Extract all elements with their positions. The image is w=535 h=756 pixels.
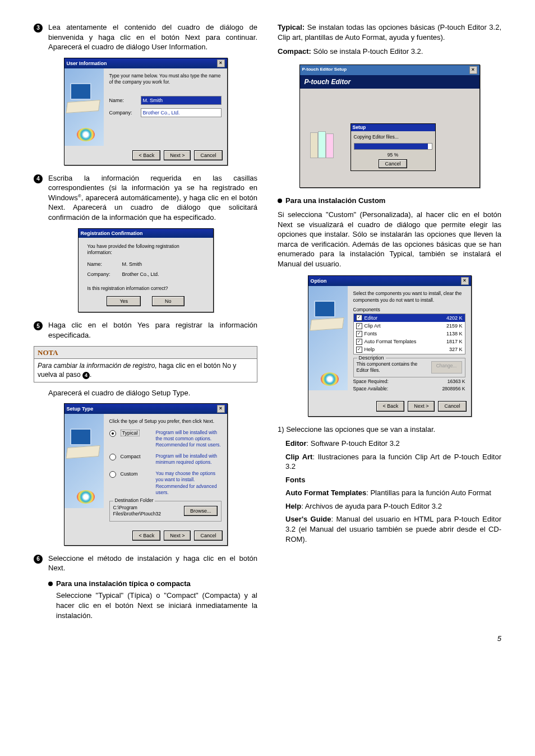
custom-heading: Para una instalación Custom <box>285 196 501 206</box>
checkbox-icon[interactable]: ✓ <box>356 347 362 353</box>
keyboard-icon <box>310 317 344 331</box>
item-aft: Auto Format Templates: Plantillas para l… <box>285 488 501 498</box>
next-button[interactable]: Next > <box>408 401 435 411</box>
item-fonts: Fonts <box>285 475 501 485</box>
progress-bar <box>354 143 432 150</box>
step-6-badge: 6 <box>34 555 43 564</box>
reg-question: Is this registration information correct… <box>87 285 204 292</box>
space-available-label: Space Available: <box>353 386 389 392</box>
cancel-button[interactable]: Cancel <box>194 150 222 160</box>
cancel-button[interactable]: Cancel <box>438 401 466 411</box>
yes-button[interactable]: Yes <box>107 296 141 306</box>
space-available-value: 2808956 K <box>442 386 465 392</box>
name-input[interactable]: M. Smith <box>141 96 222 105</box>
user-info-intro: Type your name below. You must also type… <box>109 73 222 86</box>
step-5-text: Haga clic en el botón Yes para registrar… <box>48 320 257 340</box>
compact-paragraph: Compact: Sólo se instala P-touch Editor … <box>278 47 501 57</box>
next-button[interactable]: Next > <box>164 150 191 160</box>
list-size: 1138 K <box>446 330 463 337</box>
cancel-button[interactable]: Cancel <box>194 531 222 541</box>
list-item: Clip Art <box>365 322 381 329</box>
list-item: Fonts <box>365 330 377 337</box>
list-item: Help <box>365 346 375 353</box>
typical-desc: Program will be installed with the most … <box>156 430 222 449</box>
back-button[interactable]: < Back <box>132 150 160 160</box>
checkbox-icon[interactable]: ✓ <box>356 323 362 329</box>
back-button[interactable]: < Back <box>376 401 404 411</box>
typical-paragraph: Typical: Se instalan todas las opciones … <box>278 22 501 42</box>
progress-brand: P-touch Editor <box>300 75 479 89</box>
reg-company-label: Company: <box>87 271 119 278</box>
progress-dialog: Setup Copying Editor files... 95 % Cance… <box>350 123 436 171</box>
step-5-badge: 5 <box>34 321 43 330</box>
disc-icon <box>321 372 339 386</box>
monitor-icon <box>70 428 91 445</box>
back-button[interactable]: < Back <box>132 531 160 541</box>
page-number: 5 <box>34 634 501 644</box>
browse-button[interactable]: Browse... <box>184 506 218 516</box>
close-icon: × <box>217 405 225 413</box>
reg-name-value: M. Smith <box>122 261 142 268</box>
setup-title: Setup Type <box>67 405 94 412</box>
space-required-value: 16363 K <box>448 379 465 385</box>
change-button: Change... <box>431 361 462 374</box>
components-label: Components <box>353 307 465 313</box>
list-size: 2159 K <box>446 322 463 329</box>
cancel-button[interactable]: Cancel <box>379 159 407 168</box>
list-intro: 1) Seleccione las opciones que se van a … <box>278 425 501 435</box>
custom-label: Custom <box>121 471 151 477</box>
bullet-icon <box>48 582 53 586</box>
typical-compact-text: Seleccione "Typical" (Típica) o "Compact… <box>56 591 257 620</box>
step-6-text: Seleccione el método de instalación y ha… <box>48 554 257 573</box>
user-info-screenshot: User Information × Type your name below.… <box>64 58 228 165</box>
list-size: 4202 K <box>446 315 463 321</box>
note-box: NOTA Para cambiar la información de regi… <box>34 346 257 382</box>
radio-custom[interactable] <box>109 471 116 478</box>
custom-paragraph: Si selecciona "Custom" (Personalizada), … <box>278 210 501 269</box>
option-screenshot: Option × Select the components you want … <box>308 275 472 416</box>
bullet-icon <box>278 199 282 203</box>
reg-company-value: Brother Co., Ltd. <box>122 271 159 278</box>
compact-label: Compact <box>121 453 151 460</box>
step-3-badge: 3 <box>34 24 43 33</box>
disc-icon <box>77 128 95 141</box>
close-icon: × <box>461 277 469 285</box>
close-icon: × <box>217 59 225 67</box>
keyboard-icon <box>66 445 100 459</box>
setup-type-screenshot: Setup Type × Click the type of Setup you… <box>64 403 228 546</box>
checkbox-icon[interactable]: ✓ <box>356 315 362 321</box>
list-item: Auto Format Templates <box>365 338 417 345</box>
note-title: NOTA <box>34 347 257 359</box>
dest-path: C:\Program Files\brother\Ptouch32 <box>113 505 184 518</box>
progress-screenshot: P-touch Editor Setup × P-touch Editor Se… <box>299 64 480 188</box>
name-label: Name: <box>109 97 137 104</box>
keyboard-icon <box>66 100 100 113</box>
radio-compact[interactable] <box>109 454 116 460</box>
list-size: 327 K <box>449 346 463 353</box>
close-icon: × <box>469 66 477 74</box>
step-4-badge: 4 <box>34 174 43 183</box>
option-title: Option <box>311 278 327 284</box>
typical-compact-heading: Para una instalación típica o compacta <box>56 579 257 589</box>
monitor-icon <box>314 301 335 317</box>
desc-legend: Description <box>357 354 386 361</box>
checkbox-icon[interactable]: ✓ <box>356 339 362 345</box>
list-item: Editor <box>365 315 378 321</box>
company-label: Company: <box>109 109 137 116</box>
radio-typical[interactable] <box>109 430 116 437</box>
after-note-text: Aparecerá el cuadro de diálogo Setup Typ… <box>48 388 257 398</box>
custom-desc: You may choose the options you want to i… <box>156 471 222 496</box>
note-body: Para cambiar la información de registro,… <box>34 359 257 381</box>
components-listbox[interactable]: ✓Editor4202 K ✓Clip Art2159 K ✓Fonts1138… <box>353 314 465 354</box>
step-4-text: Escriba la información requerida en las … <box>48 173 257 223</box>
next-button[interactable]: Next > <box>164 531 191 541</box>
checkbox-icon[interactable]: ✓ <box>356 331 362 337</box>
progress-pct: 95 % <box>354 152 432 158</box>
reg-name-label: Name: <box>87 261 119 268</box>
reg-confirm-screenshot: Registration Confirmation You have provi… <box>78 228 214 313</box>
no-button[interactable]: No <box>152 296 185 306</box>
disc-icon <box>77 490 95 504</box>
item-help: Help: Archivos de ayuda para P-touch Edi… <box>285 501 501 511</box>
list-size: 1817 K <box>446 338 463 345</box>
company-input[interactable]: Brother Co., Ltd. <box>141 108 222 117</box>
